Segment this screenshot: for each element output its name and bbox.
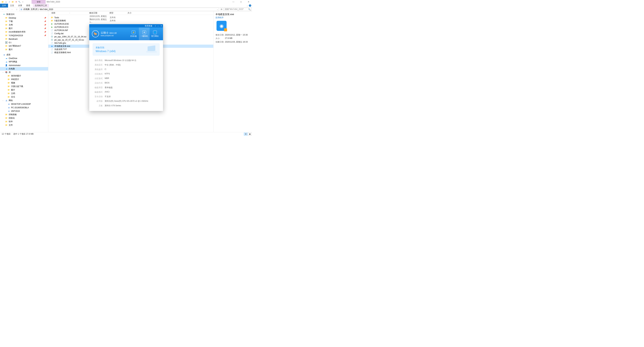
- file-row[interactable]: 📁Tools2020/12/25, 星期五 1...文件夹: [48, 16, 213, 19]
- nav-up-button[interactable]: ↑: [15, 8, 19, 11]
- nav-lib-item[interactable]: 📁文档: [0, 92, 48, 95]
- close-icon[interactable]: ✕: [160, 25, 162, 27]
- nav-recent-dropdown[interactable]: ⌄: [10, 8, 14, 11]
- folder-icon: 📁: [5, 117, 8, 119]
- info-value: BIOS: [105, 82, 110, 84]
- nav-other-item[interactable]: 📁回收站: [0, 116, 48, 120]
- breadcrumb-item[interactable]: 此电脑: [24, 8, 30, 11]
- dropdown-icon[interactable]: ▾: [22, 0, 24, 3]
- ribbon-tab-apptools[interactable]: 应用程序工具: [33, 4, 49, 7]
- installer-titlebar[interactable]: 联系客服 ≡ — ✕: [89, 24, 163, 27]
- nav-network-item[interactable]: 🖥DESKTOP-LSSOEDP: [0, 102, 48, 106]
- nav-desktop-item[interactable]: 🖥此电脑: [0, 67, 48, 70]
- nav-desktop-item[interactable]: ›📚库: [0, 70, 48, 74]
- column-type[interactable]: 类型: [108, 11, 126, 14]
- breadcrumb-dropdown-icon[interactable]: ⌄: [217, 8, 218, 10]
- nav-lib-item[interactable]: 📁图片: [0, 88, 48, 92]
- info-label: 主板: [93, 104, 103, 107]
- nav-quick-item[interactable]: 📁win7重装win7: [0, 44, 48, 48]
- maximize-button[interactable]: ◻: [237, 0, 245, 4]
- breadcrumb[interactable]: 🖥 › 此电脑 › 文档 (E:) › Win7x64_2020 ⌄: [20, 8, 219, 11]
- nav-quick-item[interactable]: 📁Bandicam: [0, 37, 48, 41]
- minimize-button[interactable]: —: [230, 0, 237, 4]
- file-row[interactable]: 📁U盘安装教程2020/12/25, 星期五 1...文件夹: [48, 19, 213, 22]
- folder-icon[interactable]: 📁: [12, 0, 14, 3]
- navigation-pane[interactable]: ★ 快速访问 📁Desktop📌📁下载📌📁文档📌📁图片📌📁excel表格制作求和…: [0, 11, 48, 132]
- nav-other-item[interactable]: 📁文件: [0, 123, 48, 127]
- nav-lib-item[interactable]: 📁保存的图片: [0, 74, 48, 78]
- breadcrumb-item[interactable]: 文档 (E:): [31, 8, 38, 11]
- nav-desktop-item[interactable]: ☁WPS网盘: [0, 60, 48, 63]
- column-size[interactable]: 大小: [126, 11, 140, 14]
- nav-lib-item[interactable]: 📁音乐: [0, 95, 48, 99]
- info-row: 安全启动不支持: [93, 95, 159, 98]
- tab-label: 启动U盘: [130, 35, 137, 37]
- nav-quick-item[interactable]: 📁YUNQISHI2019📌: [0, 34, 48, 37]
- delete-icon[interactable]: ✕: [15, 0, 18, 3]
- nav-quick-item[interactable]: 📁文档📌: [0, 23, 48, 27]
- info-row: 磁盘模式AHCI: [93, 91, 159, 93]
- column-name[interactable]: 名称 ^: [50, 11, 88, 14]
- installer-tab[interactable]: 🌐官方网址: [150, 27, 160, 40]
- ribbon-tab-share[interactable]: 共享: [16, 4, 24, 7]
- details-row: 修改日期:2020/10/12, 星期一 15:30: [216, 33, 250, 36]
- minimize-icon[interactable]: —: [157, 25, 159, 27]
- folder-icon: 📁: [8, 78, 10, 81]
- nav-quick-item[interactable]: 📁excel表格制作求和📌: [0, 30, 48, 34]
- nav-network-item[interactable]: 🖥ZMT2019: [0, 109, 48, 113]
- nav-lib-item[interactable]: 📁视频: [0, 81, 48, 85]
- nav-desktop-item[interactable]: ☁OneDrive: [0, 56, 48, 60]
- column-date[interactable]: 修改日期: [88, 11, 108, 14]
- nav-quick-item[interactable]: 📁图片: [0, 48, 48, 51]
- wrench-icon[interactable]: 🔧: [18, 0, 21, 3]
- installer-tab[interactable]: 🖥一键装机: [139, 27, 150, 40]
- chevron-right-icon[interactable]: ›: [23, 8, 23, 10]
- ribbon-collapse-icon[interactable]: ⌄: [246, 5, 248, 6]
- ribbon-tab-file[interactable]: 文件: [0, 4, 8, 7]
- menu-icon[interactable]: ≡: [155, 25, 156, 27]
- file-date: 2020/12/25, 星期五 1...: [90, 18, 110, 23]
- tab-label: 官方网址: [151, 35, 159, 37]
- nav-quick-item[interactable]: 📁图片📌: [0, 27, 48, 30]
- nav-network-item[interactable]: 🖥PC-20190530OBLA: [0, 106, 48, 109]
- nav-quick-item[interactable]: 💽G:\: [0, 41, 48, 44]
- nav-desktop[interactable]: 🖥 桌面: [0, 53, 48, 56]
- file-type: 文件夹: [110, 19, 128, 22]
- search-input[interactable]: 搜索"Win7x64_2020" 🔍: [224, 8, 252, 11]
- search-icon[interactable]: 🔍: [248, 8, 251, 10]
- nav-quick-item[interactable]: 📁Desktop📌: [0, 16, 48, 20]
- chevron-right-icon[interactable]: ›: [3, 100, 3, 101]
- ribbon-tab-view[interactable]: 查看: [24, 4, 32, 7]
- nav-desktop-item[interactable]: 👤Administrator: [0, 63, 48, 67]
- txt-icon: 📄: [51, 48, 53, 51]
- check-icon[interactable]: ✔: [8, 0, 11, 3]
- view-icons-button[interactable]: ▦: [248, 133, 252, 136]
- chevron-right-icon[interactable]: ›: [3, 72, 3, 73]
- installer-tab[interactable]: ⚡启动U盘: [128, 27, 139, 40]
- refresh-button[interactable]: ⟳: [220, 8, 224, 11]
- info-value: MBR: [105, 77, 109, 80]
- nav-lib-item[interactable]: 📁天翼云盘下载: [0, 85, 48, 88]
- folder-icon: 📁: [5, 34, 8, 37]
- nav-network[interactable]: › 🖧 网络: [0, 99, 48, 102]
- nav-label: Bandicam: [9, 38, 18, 40]
- nav-quick-access[interactable]: ★ 快速访问: [0, 12, 48, 16]
- chevron-right-icon[interactable]: ›: [39, 8, 40, 10]
- view-details-button[interactable]: ☰: [244, 133, 248, 136]
- nav-other-item[interactable]: 📁软件: [0, 120, 48, 123]
- pin-icon: 📌: [44, 27, 46, 29]
- breadcrumb-item[interactable]: Win7x64_2020: [40, 8, 53, 10]
- close-button[interactable]: ✕: [245, 0, 252, 4]
- help-icon[interactable]: ?: [249, 4, 251, 7]
- contact-link[interactable]: 联系客服: [145, 25, 152, 27]
- ribbon-tab-home[interactable]: 主页: [8, 4, 16, 7]
- nav-back-button[interactable]: ←: [1, 8, 5, 11]
- chevron-right-icon[interactable]: ›: [30, 8, 30, 10]
- nav-other-item[interactable]: 📁控制面板: [0, 113, 48, 116]
- info-label: 分区形式: [93, 77, 103, 80]
- nav-quick-item[interactable]: 📁下载📌: [0, 20, 48, 23]
- nav-lib-item[interactable]: 📁本机照片: [0, 78, 48, 81]
- nav-forward-button[interactable]: →: [5, 8, 10, 11]
- titlebar: 📁 | ✔ 📁 ✕ 🔧 ▾ 管理 Win7x64_2020 — ◻ ✕: [0, 0, 252, 4]
- nav-label: 快速访问: [6, 13, 14, 16]
